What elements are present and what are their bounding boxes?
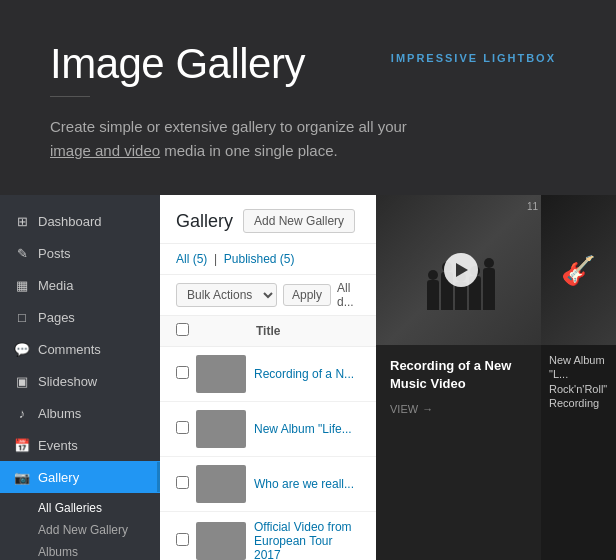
sidebar-item-gallery[interactable]: 📷 Gallery	[0, 461, 160, 493]
slideshow-icon: ▣	[14, 373, 30, 389]
sidebar-item-dashboard[interactable]: ⊞ Dashboard	[0, 205, 160, 237]
row-checkbox[interactable]	[176, 533, 189, 546]
row-title[interactable]: Recording of a N...	[254, 367, 354, 381]
gallery-panel: Gallery Add New Gallery All (5) | Publis…	[160, 195, 376, 560]
view-label: VIEW	[390, 403, 418, 415]
sidebar-label-posts: Posts	[38, 246, 71, 261]
row-title[interactable]: Official Video from European Tour 2017	[254, 520, 360, 560]
sidebar-item-media[interactable]: ▦ Media	[0, 269, 160, 301]
sidebar-sub-menu: All Galleries Add New Gallery Albums	[0, 493, 160, 560]
second-card-title: New Album "L... Rock'n'Roll" Recording	[549, 353, 608, 410]
right-panel: 11	[376, 195, 616, 560]
sidebar-item-pages[interactable]: □ Pages	[0, 301, 160, 333]
row-thumbnail	[196, 355, 246, 393]
gallery-panel-title: Gallery	[176, 211, 233, 232]
add-new-gallery-button[interactable]: Add New Gallery	[243, 209, 355, 233]
bulk-actions-select[interactable]: Bulk Actions	[176, 283, 277, 307]
head	[484, 258, 494, 268]
filter-published-link[interactable]: Published (5)	[224, 252, 295, 266]
row-checkbox-cell	[176, 475, 196, 493]
filter-all-link[interactable]: All (5)	[176, 252, 207, 266]
second-card: 🎸 New Album "L... Rock'n'Roll" Recording	[541, 195, 616, 560]
events-icon: 📅	[14, 437, 30, 453]
table-row: Official Video from European Tour 2017	[160, 512, 376, 560]
sidebar-label-dashboard: Dashboard	[38, 214, 102, 229]
sidebar-sub-albums[interactable]: Albums	[38, 541, 160, 560]
main-content: ⊞ Dashboard ✎ Posts ▦ Media □ Pages 💬 Co…	[0, 195, 616, 560]
row-checkbox-cell	[176, 420, 196, 438]
sidebar-label-events: Events	[38, 438, 78, 453]
table-row: New Album "Life...	[160, 402, 376, 457]
sidebar-item-events[interactable]: 📅 Events	[0, 429, 160, 461]
sidebar-sub-all-galleries[interactable]: All Galleries	[38, 497, 160, 519]
play-button[interactable]	[444, 253, 478, 287]
row-checkbox[interactable]	[176, 476, 189, 489]
sidebar-label-albums: Albums	[38, 406, 81, 421]
view-arrow-icon: →	[422, 403, 433, 415]
row-checkbox[interactable]	[176, 366, 189, 379]
hero-divider	[50, 96, 90, 97]
sidebar-label-pages: Pages	[38, 310, 75, 325]
guitar-icon: 🎸	[561, 254, 596, 287]
subtitle-link: image and video	[50, 142, 160, 159]
sidebar-item-posts[interactable]: ✎ Posts	[0, 237, 160, 269]
person-silhouette	[427, 270, 439, 310]
sidebar-item-albums[interactable]: ♪ Albums	[0, 397, 160, 429]
play-triangle-icon	[456, 263, 468, 277]
second-card-body: New Album "L... Rock'n'Roll" Recording	[541, 345, 616, 418]
sidebar: ⊞ Dashboard ✎ Posts ▦ Media □ Pages 💬 Co…	[0, 195, 160, 560]
row-thumbnail	[196, 522, 246, 560]
view-link[interactable]: VIEW →	[390, 403, 532, 415]
head	[428, 270, 438, 280]
dashboard-icon: ⊞	[14, 213, 30, 229]
featured-card: 11	[376, 195, 546, 560]
row-title[interactable]: New Album "Life...	[254, 422, 352, 436]
second-card-image: 🎸	[541, 195, 616, 345]
comments-icon: 💬	[14, 341, 30, 357]
select-all-checkbox[interactable]	[176, 323, 189, 336]
albums-icon: ♪	[14, 405, 30, 421]
sidebar-label-slideshow: Slideshow	[38, 374, 97, 389]
body	[483, 268, 495, 310]
posts-icon: ✎	[14, 245, 30, 261]
row-checkbox-cell	[176, 365, 196, 383]
sidebar-label-comments: Comments	[38, 342, 101, 357]
row-checkbox-cell	[176, 532, 196, 550]
featured-card-image: 11	[376, 195, 546, 345]
table-header: Title	[160, 316, 376, 347]
row-thumbnail	[196, 410, 246, 448]
row-thumbnail	[196, 465, 246, 503]
media-icon: ▦	[14, 277, 30, 293]
hero-subtitle: Create simple or extensive gallery to or…	[50, 115, 410, 163]
person-silhouette	[483, 258, 495, 310]
header-checkbox-cell	[176, 322, 196, 340]
pages-icon: □	[14, 309, 30, 325]
gallery-icon: 📷	[14, 469, 30, 485]
all-dates-filter: All d...	[337, 281, 360, 309]
card-number: 11	[527, 201, 538, 212]
sidebar-label-gallery: Gallery	[38, 470, 79, 485]
hero-section: Image Gallery Create simple or extensive…	[0, 0, 616, 193]
gallery-header: Gallery Add New Gallery	[160, 195, 376, 244]
hero-tag: IMPRESSIVE LIGHTBOX	[391, 52, 556, 64]
gallery-filter: All (5) | Published (5)	[160, 244, 376, 275]
title-column-header: Title	[196, 324, 360, 338]
sidebar-item-slideshow[interactable]: ▣ Slideshow	[0, 365, 160, 397]
sidebar-label-media: Media	[38, 278, 73, 293]
body	[427, 280, 439, 310]
row-checkbox[interactable]	[176, 421, 189, 434]
sidebar-item-comments[interactable]: 💬 Comments	[0, 333, 160, 365]
bulk-actions-row: Bulk Actions Apply All d...	[160, 275, 376, 316]
row-title[interactable]: Who are we reall...	[254, 477, 354, 491]
page-title: Image Gallery	[50, 40, 566, 88]
apply-button[interactable]: Apply	[283, 284, 331, 306]
featured-card-title: Recording of a New Music Video	[390, 357, 532, 393]
sidebar-sub-add-new[interactable]: Add New Gallery	[38, 519, 160, 541]
table-row: Who are we reall...	[160, 457, 376, 512]
table-row: Recording of a N...	[160, 347, 376, 402]
featured-card-body: Recording of a New Music Video VIEW →	[376, 345, 546, 427]
